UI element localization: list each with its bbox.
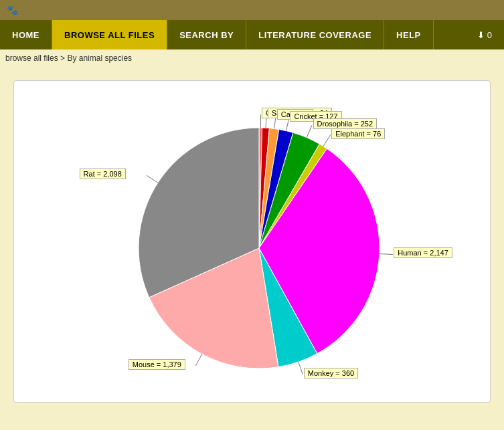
label-line-5 xyxy=(323,135,330,146)
logo: 🐾 xyxy=(7,5,18,15)
chart-container: Others = 27Salamander = 64Cat = 84Cricke… xyxy=(13,80,491,403)
main-content: Others = 27Salamander = 64Cat = 84Cricke… xyxy=(0,67,504,416)
breadcrumb-link-1[interactable]: browse all files xyxy=(5,53,58,63)
breadcrumb-separator: > xyxy=(60,53,67,63)
label-line-7 xyxy=(298,362,303,374)
label-line-9 xyxy=(147,175,158,183)
nav-download[interactable]: ⬇ 0 xyxy=(465,20,504,49)
label-line-4 xyxy=(307,125,312,137)
nav-browse[interactable]: BROWSE ALL FILES xyxy=(52,20,167,49)
chart-label-7: Monkey = 360 xyxy=(304,368,358,379)
chart-label-5: Elephant = 76 xyxy=(331,128,385,139)
breadcrumb: browse all files > By animal species xyxy=(0,49,504,67)
label-line-3 xyxy=(286,118,288,130)
pie-chart-svg xyxy=(18,94,487,389)
chart-label-9: Rat = 2,098 xyxy=(80,169,126,179)
label-line-6 xyxy=(379,254,392,255)
nav-literature[interactable]: LITERATURE COVERAGE xyxy=(246,20,384,49)
nav-search[interactable]: SEARCH BY xyxy=(167,20,246,49)
chart-label-6: Human = 2,147 xyxy=(394,247,452,258)
header-top: 🐾 xyxy=(0,0,504,20)
chart-label-8: Mouse = 1,379 xyxy=(129,359,185,370)
navbar: HOME BROWSE ALL FILES SEARCH BY LITERATU… xyxy=(0,20,504,49)
label-line-8 xyxy=(195,354,201,366)
pie-wrapper: Others = 27Salamander = 64Cat = 84Cricke… xyxy=(18,94,487,389)
breadcrumb-current: By animal species xyxy=(67,53,132,63)
nav-help[interactable]: HELP xyxy=(384,20,434,49)
nav-home[interactable]: HOME xyxy=(0,20,52,49)
